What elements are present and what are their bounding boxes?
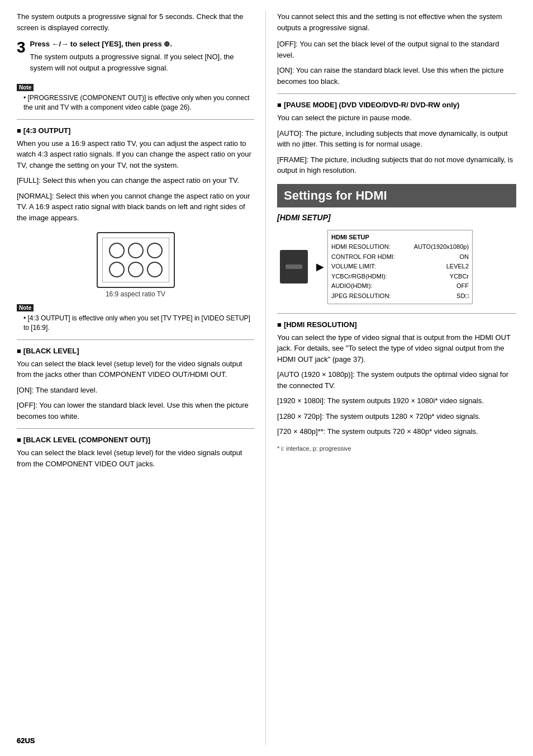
section-43output: [4:3 OUTPUT] When you use a 16:9 aspect … xyxy=(17,126,254,171)
footnote: * i: interlace, p: progressive xyxy=(277,444,516,453)
off-text-bl: [OFF]: You can lower the standard black … xyxy=(17,400,254,422)
step-body: The system outputs a progressive signal.… xyxy=(30,51,254,73)
hdmi-table-container: ▶ HDMI SETUP HDMI RESOLUTION: AUTO(1920x… xyxy=(277,230,516,304)
tv-label: 16:9 aspect ratio TV xyxy=(17,290,254,298)
note-bullet-2: • [4:3 OUTPUT] is effective only when yo… xyxy=(17,314,254,333)
section-black-level-component: [BLACK LEVEL (COMPONENT OUT)] You can se… xyxy=(17,436,254,469)
page-number-bottom: 62US xyxy=(17,736,35,745)
tv-circle-5 xyxy=(128,262,144,277)
res-1280-text: [1280 × 720p]: The system outputs 1280 ×… xyxy=(277,411,516,422)
hdmi-row-3-value: YCBCr xyxy=(450,272,469,282)
heading-black-level-component: [BLACK LEVEL (COMPONENT OUT)] xyxy=(17,436,254,444)
intro-text: The system outputs a progressive signal … xyxy=(17,11,254,33)
step-3-container: 3 Press ←/→ to select [YES], then press … xyxy=(17,40,254,78)
divider-r2 xyxy=(277,313,516,314)
hdmi-row-3-label: YCBCr/RGB(HDMI): xyxy=(331,272,387,282)
tv-circle-6 xyxy=(147,262,163,277)
normal-text: [NORMAL]: Select this when you cannot ch… xyxy=(17,191,254,224)
hdmi-row-0: HDMI RESOLUTION: AUTO(1920x1080p) xyxy=(331,242,469,252)
tv-screen xyxy=(102,238,169,282)
settings-header: Settings for HDMI xyxy=(277,184,516,207)
divider-r1 xyxy=(277,93,516,94)
divider-1 xyxy=(17,119,254,120)
tv-circle-1 xyxy=(109,243,125,258)
hdmi-row-4: AUDIO(HDMI): OFF xyxy=(331,281,469,291)
note-label-2: Note xyxy=(17,304,34,311)
auto-text: [AUTO]: The picture, including subjects … xyxy=(277,128,516,150)
hdmi-device-body xyxy=(280,250,308,284)
frame-text: [FRAME]: The picture, including subjects… xyxy=(277,154,516,176)
heading-43output: [4:3 OUTPUT] xyxy=(17,126,254,135)
res-1920i-text: [1920 × 1080i]: The system outputs 1920 … xyxy=(277,395,516,407)
heading-pause-mode: [PAUSE MODE] (DVD VIDEO/DVD-R/ DVD-RW on… xyxy=(277,101,516,109)
tv-illustration: 16:9 aspect ratio TV xyxy=(17,232,254,298)
step-number: 3 xyxy=(17,40,26,55)
note-bullet-1: • [PROGRESSIVE (COMPONENT OUT)] is effec… xyxy=(17,93,254,112)
body-pause-mode: You can select the picture in pause mode… xyxy=(277,112,516,124)
body-43output: When you use a 16:9 aspect ratio TV, you… xyxy=(17,138,254,171)
res-720-text: [720 × 480p]**: The system outputs 720 ×… xyxy=(277,426,516,437)
hdmi-row-5-value: SD□ xyxy=(456,291,469,301)
right-column: You cannot select this and the setting i… xyxy=(265,11,516,745)
right-off-text: [OFF]: You can set the black level of th… xyxy=(277,39,516,60)
full-text: [FULL]: Select this when you can change … xyxy=(17,175,254,186)
tv-circle-2 xyxy=(128,243,144,258)
body-hdmi-resolution: You can select the type of video signal … xyxy=(277,332,516,365)
section-black-level: [BLACK LEVEL] You can select the black l… xyxy=(17,347,254,380)
hdmi-row-2-label: VOLUME LIMIT: xyxy=(331,262,375,272)
hdmi-row-4-label: AUDIO(HDMI): xyxy=(331,281,372,291)
section-pause-mode: [PAUSE MODE] (DVD VIDEO/DVD-R/ DVD-RW on… xyxy=(277,101,516,124)
hdmi-row-5-label: JPEG RESOLUTION: xyxy=(331,291,391,301)
right-on-text: [ON]: You can raise the standard black l… xyxy=(277,65,516,87)
hdmi-row-5: JPEG RESOLUTION: SD□ xyxy=(331,291,469,301)
hdmi-row-1: CONTROL FOR HDMI: ON xyxy=(331,252,469,262)
hdmi-device-slot xyxy=(285,264,302,269)
step-title: Press ←/→ to select [YES], then press ⊕. xyxy=(30,40,254,48)
body-black-level: You can select the black level (setup le… xyxy=(17,358,254,380)
hdmi-row-2: VOLUME LIMIT: LEVEL2 xyxy=(331,262,469,272)
heading-black-level: [BLACK LEVEL] xyxy=(17,347,254,355)
hdmi-setup-label: [HDMI SETUP] xyxy=(277,213,516,222)
hdmi-row-0-label: HDMI RESOLUTION: xyxy=(331,242,391,252)
left-column: The system outputs a progressive signal … xyxy=(17,11,265,745)
hdmi-device-icon xyxy=(277,244,311,289)
note-1: Note • [PROGRESSIVE (COMPONENT OUT)] is … xyxy=(17,83,254,112)
hdmi-menu-box: HDMI SETUP HDMI RESOLUTION: AUTO(1920x10… xyxy=(327,230,473,304)
tv-circle-3 xyxy=(147,243,163,258)
divider-2 xyxy=(17,339,254,340)
hdmi-menu-title-text: HDMI SETUP xyxy=(331,233,369,243)
divider-3 xyxy=(17,428,254,429)
right-intro: You cannot select this and the setting i… xyxy=(277,11,516,33)
section-hdmi-resolution: [HDMI RESOLUTION] You can select the typ… xyxy=(277,320,516,365)
hdmi-arrow-icon: ▶ xyxy=(316,261,324,273)
hdmi-row-3: YCBCr/RGB(HDMI): YCBCr xyxy=(331,272,469,282)
hdmi-menu-title: HDMI SETUP xyxy=(331,233,469,243)
tv-circles xyxy=(104,238,167,282)
tv-box xyxy=(97,232,175,288)
hdmi-row-1-label: CONTROL FOR HDMI: xyxy=(331,252,395,262)
heading-hdmi-resolution: [HDMI RESOLUTION] xyxy=(277,320,516,329)
hdmi-row-4-value: OFF xyxy=(456,281,469,291)
hdmi-row-2-value: LEVEL2 xyxy=(446,262,469,272)
hdmi-row-0-value: AUTO(1920x1080p) xyxy=(414,242,469,252)
body-black-level-component: You can select the black level (setup le… xyxy=(17,447,254,469)
on-text-bl: [ON]: The standard level. xyxy=(17,385,254,396)
note-label-1: Note xyxy=(17,84,34,91)
note-2: Note • [4:3 OUTPUT] is effective only wh… xyxy=(17,304,254,333)
tv-circle-4 xyxy=(109,262,125,277)
hdmi-row-1-value: ON xyxy=(460,252,469,262)
auto-1920-text: [AUTO (1920 × 1080p)]: The system output… xyxy=(277,369,516,391)
